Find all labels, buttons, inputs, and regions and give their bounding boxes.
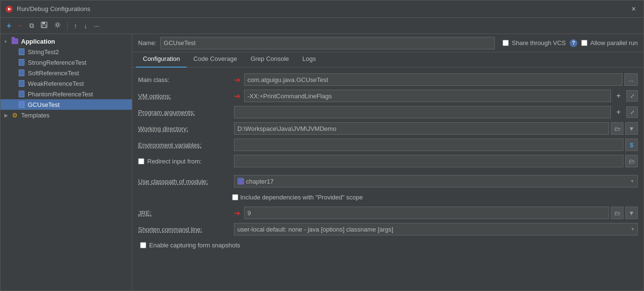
tree-item-strongreferencetest[interactable]: StrongReferenceTest — [0, 57, 132, 68]
file-icon — [18, 48, 25, 56]
working-dir-row: Working directory: 🗁 ▼ — [132, 120, 644, 137]
main-class-row: Main class: ➔ ... — [132, 71, 644, 88]
redirect-input-folder-button[interactable]: 🗁 — [625, 155, 638, 167]
tree-item-label: GCUseTest — [28, 101, 59, 108]
main-class-control: ➔ ... — [234, 73, 638, 86]
enable-capture-checkbox[interactable] — [140, 242, 146, 248]
main-content: ▾ Application StringTest2 Str — [0, 34, 644, 291]
classpath-module-display[interactable]: chapter17 — [234, 175, 638, 187]
working-dir-folder-button[interactable]: 🗁 — [611, 122, 623, 135]
close-button[interactable]: × — [629, 4, 639, 14]
vm-options-label[interactable]: VM options: — [138, 93, 234, 100]
help-icon[interactable]: ? — [570, 39, 577, 47]
working-dir-input[interactable] — [234, 122, 609, 135]
shorten-cmd-label[interactable]: Shorten command line: — [138, 226, 234, 233]
share-vcs-group: Share through VCS — [503, 39, 566, 47]
main-class-label: Main class: — [138, 76, 234, 83]
settings-icon — [54, 22, 61, 28]
settings-button[interactable] — [52, 20, 63, 31]
name-input[interactable] — [160, 37, 495, 49]
program-args-label[interactable]: Program arguments: — [138, 109, 234, 116]
jre-folder-button[interactable]: 🗁 — [611, 207, 623, 219]
tree-item-templates[interactable]: ▶ ⚙ Templates — [0, 110, 132, 120]
include-deps-label: Include dependencies with "Provided" sco… — [240, 194, 363, 201]
jre-dropdown-button[interactable]: ▼ — [625, 207, 638, 219]
add-config-button[interactable]: + — [4, 20, 13, 32]
env-vars-label[interactable]: Environment variables: — [138, 141, 234, 149]
jre-label[interactable]: JRE: — [138, 210, 234, 217]
tabs-bar: Configuration Code Coverage Grep Console… — [132, 52, 644, 68]
title-bar: Run/Debug Configurations × — [0, 0, 644, 18]
app-icon — [5, 5, 13, 13]
tree-item-label: SoftReferenceTest — [28, 70, 79, 77]
classpath-module-value: chapter17 — [246, 178, 274, 185]
tab-configuration[interactable]: Configuration — [136, 52, 187, 68]
move-up-button[interactable]: ↑ — [71, 21, 80, 31]
run-debug-dialog: Run/Debug Configurations × + − ⧉ ↑ ↓ ··· — [0, 0, 644, 291]
gear-icon: ⚙ — [11, 111, 19, 119]
program-args-plus-button[interactable]: + — [613, 106, 624, 118]
name-label: Name: — [138, 39, 156, 47]
redirect-input-control: 🗁 — [234, 155, 638, 167]
jre-control: ➔ 🗁 ▼ — [234, 207, 638, 219]
redirect-input-label: Redirect input from: — [147, 158, 201, 165]
remove-config-button[interactable]: − — [15, 20, 24, 32]
dialog-title: Run/Debug Configurations — [17, 5, 629, 12]
tree-item-stringtest2[interactable]: StringTest2 — [0, 47, 132, 57]
file-icon — [18, 101, 25, 108]
working-dir-dropdown-button[interactable]: ▼ — [625, 122, 638, 135]
move-down-button[interactable]: ↓ — [82, 21, 90, 31]
tree-item-label: StringTest2 — [28, 48, 59, 56]
allow-parallel-label: Allow parallel run — [590, 39, 638, 47]
tab-code-coverage[interactable]: Code Coverage — [187, 52, 244, 68]
shorten-cmd-dropdown-wrapper: user-local default: none - java [options… — [234, 223, 638, 235]
vm-options-plus-button[interactable]: + — [613, 90, 624, 102]
svg-point-5 — [56, 24, 59, 26]
env-vars-control: $ — [234, 139, 638, 151]
env-vars-input[interactable] — [234, 139, 623, 151]
more-button[interactable]: ··· — [92, 21, 102, 31]
tab-logs[interactable]: Logs — [296, 52, 323, 68]
tree-item-weakreferencetest[interactable]: WeakReferenceTest — [0, 78, 132, 89]
shorten-cmd-row: Shorten command line: user-local default… — [132, 221, 644, 237]
allow-parallel-checkbox[interactable] — [581, 40, 587, 46]
tree-item-label: PhantomReferenceTest — [28, 91, 93, 98]
save-config-button[interactable] — [38, 20, 50, 31]
classpath-module-row: Use classpath of module: chapter17 — [132, 173, 644, 189]
working-dir-control: 🗁 ▼ — [234, 122, 638, 135]
main-class-input[interactable] — [244, 73, 622, 86]
tree-item-gcusetest[interactable]: GCUseTest — [0, 99, 132, 110]
env-vars-dollar-button[interactable]: $ — [625, 139, 638, 151]
vm-options-input[interactable] — [244, 90, 611, 102]
jre-input[interactable] — [244, 207, 609, 219]
include-deps-checkbox[interactable] — [232, 194, 238, 200]
working-dir-label[interactable]: Working directory: — [138, 125, 234, 132]
tree-item-phantomreferencetest[interactable]: PhantomReferenceTest — [0, 89, 132, 99]
svg-rect-3 — [42, 22, 45, 24]
redirect-input-row: Redirect input from: 🗁 — [132, 153, 644, 169]
vm-options-control: ➔ + ⤢ — [234, 90, 638, 102]
tab-grep-console[interactable]: Grep Console — [244, 52, 295, 68]
program-args-row: Program arguments: + ⤢ — [132, 104, 644, 120]
tree-item-label: WeakReferenceTest — [28, 80, 84, 87]
main-class-browse-button[interactable]: ... — [624, 73, 638, 86]
tree-item-application[interactable]: ▾ Application — [0, 36, 132, 47]
redirect-input-checkbox[interactable] — [138, 158, 144, 164]
enable-capture-label: Enable capturing form snapshots — [149, 242, 240, 249]
tree-item-label: Application — [21, 38, 55, 45]
env-vars-row: Environment variables: $ — [132, 137, 644, 153]
program-args-input[interactable] — [234, 106, 611, 118]
redirect-input-field[interactable] — [234, 155, 623, 167]
copy-config-button[interactable]: ⧉ — [27, 20, 36, 31]
save-icon — [41, 22, 47, 28]
arrow-icon: ▾ — [4, 39, 11, 44]
shorten-cmd-select[interactable]: user-local default: none - java [options… — [234, 223, 638, 235]
program-args-expand-button[interactable]: ⤢ — [626, 106, 638, 118]
tree-item-softreferencetest[interactable]: SoftReferenceTest — [0, 68, 132, 78]
redirect-label-wrapper: Redirect input from: — [138, 158, 234, 165]
shorten-cmd-control: user-local default: none - java [options… — [234, 223, 638, 235]
classpath-module-label[interactable]: Use classpath of module: — [138, 178, 234, 185]
file-icon — [18, 90, 25, 98]
vm-options-expand-button[interactable]: ⤢ — [626, 90, 638, 102]
share-vcs-checkbox[interactable] — [503, 40, 509, 46]
